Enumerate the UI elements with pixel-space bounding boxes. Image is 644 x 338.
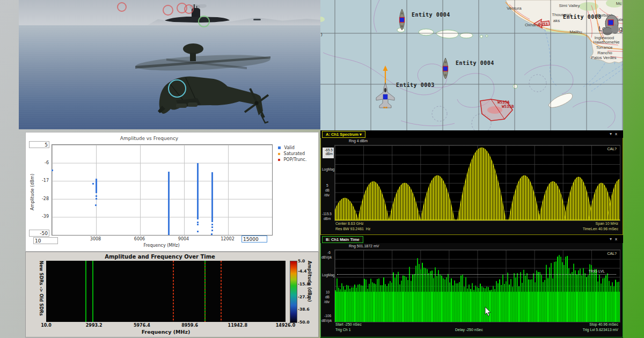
trig-level-readout: Trig Lvl 5.623413 mV: [583, 328, 618, 332]
target-ring-green-icon: [198, 16, 210, 27]
tab-ch1-spectrum[interactable]: A: Ch1 Spectrum ▾: [322, 131, 365, 138]
data-point: [96, 198, 97, 200]
svg-text:Torrance: Torrance: [596, 45, 613, 50]
svg-text:Entity 0008: Entity 0008: [563, 14, 602, 20]
x-axis-label: Frequency (MHz): [52, 243, 272, 248]
time-tab-bar: B: Ch1 Main Time ▾x: [320, 236, 623, 243]
spectrum-analyzer-window: A: Ch1 Spectrum ▾ ▾x Rng 4 dBm -65.5 dBm…: [320, 130, 623, 236]
x-tick-label: 11942.8: [222, 323, 254, 328]
range-readout: Rng 4 dBm: [349, 139, 368, 143]
scale-per-div: /div: [324, 193, 330, 197]
y-axis-label: Amplitude (dBm): [30, 173, 35, 210]
data-point: [211, 233, 213, 235]
svg-text:aks: aks: [553, 18, 560, 23]
data-point: [197, 231, 199, 232]
svg-text:0451: 0451: [538, 22, 548, 27]
colorbar-label: Amplitude (dBm): [307, 261, 312, 322]
x-max-input[interactable]: [241, 236, 267, 243]
bottom-ref-unit: dBm: [324, 217, 331, 221]
svg-text:Rancho: Rancho: [597, 50, 612, 55]
svg-text:Entity 0003: Entity 0003: [396, 82, 435, 88]
cal-indicator: CAL?: [607, 252, 617, 255]
signal-line: [204, 261, 206, 322]
spectrum-plot-area[interactable]: CAL?: [334, 145, 620, 221]
target-ring-icon: [184, 4, 194, 14]
warning-area-polygon[interactable]: W535A W535B: [480, 99, 514, 121]
data-point: [52, 170, 53, 171]
ref-level-box[interactable]: -65.5 dBm: [323, 148, 334, 158]
data-point: [211, 226, 213, 228]
y-tick-label: -39: [27, 214, 49, 219]
trigger-level-line[interactable]: [337, 274, 616, 275]
top-ref-value: -6: [327, 251, 331, 254]
time-trace: [335, 250, 620, 322]
span-readout: Span 10 MHz: [596, 222, 618, 225]
distant-boat: [253, 19, 261, 20]
svg-text:Entity 0004: Entity 0004: [456, 60, 494, 66]
entity-ship-icon[interactable]: [443, 58, 448, 79]
y-max-input[interactable]: [29, 141, 49, 148]
legend-label: Saturated: [284, 151, 305, 156]
signal-line: [92, 261, 93, 322]
x-tick-label: 8959.6: [174, 323, 206, 328]
x-tick-label: 6006: [126, 237, 153, 241]
chart-title: Amplitude vs Frequency: [26, 136, 273, 141]
spectrogram-title: Amplitude and Frequency Over Time: [26, 254, 294, 260]
svg-text:Simi Valley: Simi Valley: [559, 3, 580, 8]
bottom-ref-value: -106: [324, 314, 331, 318]
tab-label: B: Ch1 Main Time: [326, 237, 360, 242]
scale-per-div: /div: [324, 300, 330, 304]
data-strip: [211, 172, 213, 222]
tactical-map[interactable]: Ventura Oxnard Simi Valley Thousand aks …: [320, 0, 623, 130]
start-readout: Start -250 nSec: [335, 322, 362, 326]
spectrogram-panel: Amplitude and Frequency Over Time New SD…: [25, 252, 319, 337]
svg-text:Palos Verdes: Palos Verdes: [591, 55, 616, 60]
chevron-down-icon[interactable]: ▾: [360, 132, 362, 137]
legend-label: POP/Trunc.: [284, 157, 307, 162]
tab-ch1-main-time[interactable]: B: Ch1 Main Time: [322, 236, 363, 243]
scale-unit: dB: [325, 188, 330, 192]
time-body: Rng 501.1872 mV -6 dBVpk LogMag 10 dB /d…: [320, 243, 623, 337]
time-plot-area[interactable]: TRIG LVL CAL?: [334, 249, 620, 322]
data-strip: [168, 172, 170, 235]
scale-unit: dB: [325, 295, 330, 299]
time-analyzer-window: B: Ch1 Main Time ▾x Rng 501.1872 mV -6 d…: [320, 236, 623, 338]
entity-ship-icon[interactable]: [400, 9, 405, 30]
scatter-plot-area[interactable]: [52, 144, 273, 236]
trigger-level-label: TRIG LVL: [588, 269, 605, 273]
y-min-input[interactable]: [29, 230, 49, 237]
x-min-input[interactable]: [33, 237, 58, 244]
logmag-label: LogMag: [322, 273, 335, 277]
target-ring-icon: [163, 5, 173, 16]
close-icon[interactable]: x: [615, 237, 620, 241]
data-point: [197, 224, 199, 225]
svg-text:Entity 0004: Entity 0004: [412, 12, 450, 18]
colorbar: [290, 261, 297, 323]
trig-channel-readout: Trig Ch 1: [335, 328, 351, 332]
legend-item: Saturated: [278, 151, 305, 157]
close-icon[interactable]: x: [615, 131, 620, 136]
minimize-icon[interactable]: ▾: [610, 237, 615, 241]
entity-jet-icon[interactable]: [376, 65, 394, 108]
submarine-icon: [164, 4, 231, 26]
spectrum-body: Rng 4 dBm -65.5 dBm LogMag 5 dB /div -11…: [320, 138, 623, 235]
data-strip: [197, 163, 199, 219]
res-bw-readout: Res BW 93.2461 Hz: [335, 227, 370, 231]
saturated-swatch-icon: [278, 153, 280, 155]
scale-value: 5: [326, 183, 328, 187]
legend-item: POP/Trunc.: [278, 157, 306, 163]
spectrogram-x-label: Frequency (MHz): [46, 329, 286, 335]
signal-line: [85, 261, 86, 322]
scale-value: 10: [326, 290, 330, 294]
top-ref-unit: dBVpk: [321, 255, 332, 259]
spectrogram-plot-area[interactable]: [46, 261, 286, 322]
stop-readout: Stop 40.96 mSec: [589, 322, 618, 326]
bottom-ref-unit: dBVpk: [321, 319, 332, 322]
svg-text:Ventura: Ventura: [507, 6, 522, 11]
ref-unit: dBm: [324, 152, 333, 156]
minimize-icon[interactable]: ▾: [610, 131, 615, 136]
mouse-cursor-icon: [485, 307, 491, 317]
svg-text:Malibu: Malibu: [569, 30, 582, 34]
helicopter-icon: [134, 35, 290, 129]
data-strip: [96, 179, 97, 193]
